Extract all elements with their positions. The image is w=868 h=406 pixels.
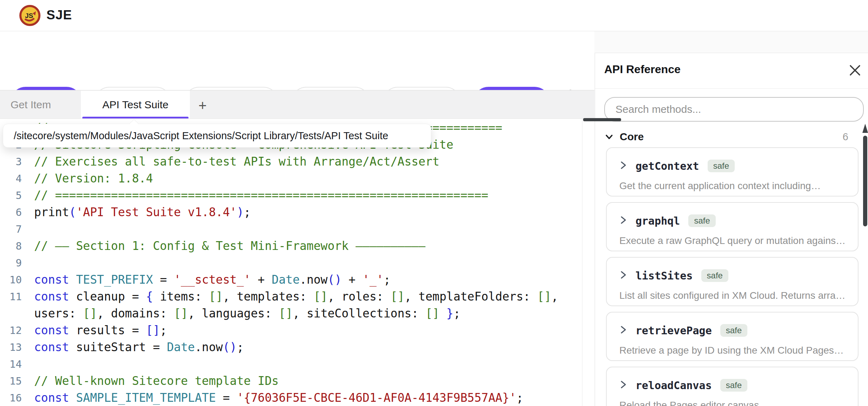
code-text: const cleanup = { items: [], templates: … [34,288,558,305]
line-number: 7 [0,221,22,238]
code-line[interactable]: 5// ====================================… [0,187,594,204]
line-number: 10 [0,271,22,288]
code-line[interactable]: 14 [0,356,594,373]
code-line[interactable]: 9 [0,254,594,271]
section-name: Core [620,131,644,143]
code-text: print('API Test Suite v1.8.4'); [34,204,251,221]
app-logo-icon: JS [19,5,40,26]
code-line[interactable]: users: [], domains: [], languages: [], s… [0,305,594,322]
method-card-listSites[interactable]: listSitessafeList all sites configured i… [606,257,859,306]
code-editor[interactable]: 1// ====================================… [0,119,594,406]
editor-scrollbar-thumb[interactable] [583,118,621,121]
method-card-getContext[interactable]: getContextsafeGet the current applicatio… [606,147,859,196]
method-name: retrievePage [636,324,712,337]
method-description: List all sites configured in XM Cloud. R… [619,289,848,306]
chevron-right-icon [619,379,627,391]
chevron-right-icon [619,324,627,336]
new-tab-button[interactable]: + [194,97,211,114]
chevron-right-icon [619,160,627,172]
safe-badge: safe [720,324,747,337]
code-text: // Exercises all safe-to-test APIs with … [34,153,439,170]
app-header: JS SJE [0,0,868,31]
code-text: // =====================================… [34,187,488,204]
code-line[interactable]: 7 [0,221,594,238]
line-number: 12 [0,322,22,339]
tab-label: API Test Suite [102,99,168,111]
line-number: 16 [0,389,22,406]
code-line[interactable]: 11const cleanup = { items: [], templates… [0,288,594,305]
line-number: 5 [0,187,22,204]
code-line[interactable]: 16const SAMPLE_ITEM_TEMPLATE = '{76036F5… [0,389,594,406]
tooltip-path-text: /sitecore/system/Modules/JavaScript Exte… [14,130,388,142]
chevron-right-icon [619,270,627,282]
tab-label: Get Item [11,99,51,111]
method-description: Execute a raw GraphQL query or mutation … [619,234,848,251]
line-number: 13 [0,339,22,356]
line-number: 11 [0,288,22,305]
line-number: 15 [0,373,22,389]
code-text: // —— Section 1: Config & Test Mini-Fram… [34,238,426,254]
tab-api-test-suite[interactable]: API Test Suite [81,91,190,119]
tab-bar: + Get ItemAPI Test Suite [0,90,594,118]
line-number: 4 [0,170,22,187]
safe-badge: safe [708,160,735,172]
method-description: Retrieve a page by ID using the XM Cloud… [619,343,848,361]
code-line[interactable]: 13const suiteStart = Date.now(); [0,339,594,356]
safe-badge: safe [720,379,747,392]
search-input[interactable] [604,97,864,122]
code-line[interactable]: 3// Exercises all safe-to-test APIs with… [0,153,594,170]
code-text: // Well-known Sitecore template IDs [34,373,279,389]
method-description: Get the current application context incl… [619,179,848,196]
panel-title: API Reference [604,63,681,76]
code-text: const results = []; [34,322,167,339]
method-name: listSites [636,270,693,282]
scroll-up-arrow[interactable] [862,124,868,133]
code-line[interactable]: 15// Well-known Sitecore template IDs [0,373,594,389]
method-card-graphql[interactable]: graphqlsafeExecute a raw GraphQL query o… [606,202,859,251]
api-reference-panel: API Reference Core 6 getContextsafeGet t… [595,53,868,406]
path-tooltip: /sitecore/system/Modules/JavaScript Exte… [3,124,431,148]
code-line[interactable]: 12const results = []; [0,322,594,339]
code-text: const suiteStart = Date.now(); [34,339,244,356]
line-number: 6 [0,204,22,221]
code-line[interactable]: 6print('API Test Suite v1.8.4'); [0,204,594,221]
code-text: // Version: 1.8.4 [34,170,153,187]
line-number: 14 [0,356,22,373]
method-card-retrievePage[interactable]: retrievePagesafeRetrieve a page by ID us… [606,312,859,361]
method-name: reloadCanvas [636,379,712,392]
line-number: 9 [0,254,22,271]
code-line[interactable]: 4// Version: 1.8.4 [0,170,594,187]
toolbar: RunSaveSave AsLoadClearHelp [0,31,594,90]
code-text: const SAMPLE_ITEM_TEMPLATE = '{76036F5E-… [34,389,523,406]
section-count: 6 [843,131,848,143]
close-button[interactable] [848,63,862,78]
panel-scrollbar-thumb[interactable] [863,136,867,226]
code-text: const TEST_PREFIX = '__sctest_' + Date.n… [34,271,390,288]
method-name: getContext [636,160,699,172]
code-line[interactable]: 8// —— Section 1: Config & Test Mini-Fra… [0,238,594,254]
close-icon [848,63,862,78]
editor-scroll-track [582,119,582,406]
method-name: graphql [636,215,680,227]
panel-header-divider [595,88,868,89]
safe-badge: safe [688,214,715,227]
method-description: Reload the Pages editor canvas. [619,398,848,406]
section-core[interactable]: Core 6 [604,129,857,144]
chevron-down-icon [604,132,614,142]
method-card-reloadCanvas[interactable]: reloadCanvassafeReload the Pages editor … [606,367,859,406]
code-text: users: [], domains: [], languages: [], s… [34,305,460,322]
app-title: SJE [46,8,72,22]
line-number: 3 [0,153,22,170]
tab-get-item[interactable]: Get Item [0,91,67,119]
chevron-right-icon [619,215,627,227]
line-number: 8 [0,238,22,254]
code-line[interactable]: 10const TEST_PREFIX = '__sctest_' + Date… [0,271,594,288]
safe-badge: safe [701,269,728,282]
svg-text:JS: JS [25,12,33,19]
